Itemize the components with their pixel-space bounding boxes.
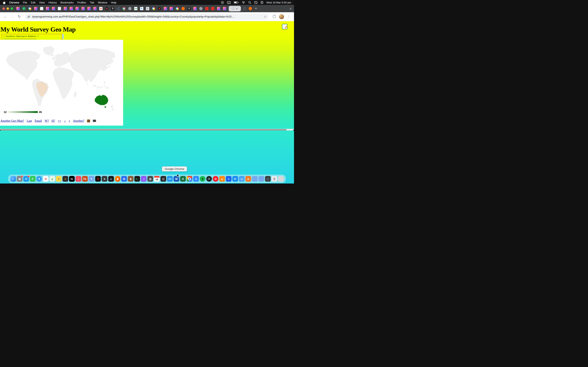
map-tasmania[interactable] <box>104 106 106 108</box>
menu-view[interactable]: View <box>39 1 45 4</box>
dock-podcasts[interactable]: ♫ <box>141 176 147 182</box>
link-last[interactable]: Last <box>27 119 32 123</box>
dock-calculator[interactable]: ± <box>62 176 68 182</box>
dock-github[interactable]: ✦ <box>206 176 212 182</box>
menu-edit[interactable]: Edit <box>31 1 35 4</box>
pinned-tab-30-s-icon[interactable]: S <box>187 7 191 10</box>
dock-spotify[interactable]: S <box>200 176 205 182</box>
dock-grid[interactable]: ▦ <box>147 176 153 182</box>
tab-search-chevron-icon[interactable]: ∨ <box>290 7 292 10</box>
pinned-tab-4-cursor-icon[interactable] <box>34 7 37 10</box>
pinned-tab-24-google-icon[interactable] <box>152 7 155 10</box>
profile-avatar[interactable] <box>279 14 284 19</box>
pinned-tab-27-cursor-icon[interactable] <box>170 7 173 10</box>
pinned-tab-8-white-icon[interactable] <box>58 7 61 10</box>
zoom-window-button[interactable] <box>11 7 13 10</box>
pinned-tab-5-white-icon[interactable] <box>40 7 43 10</box>
menu-file[interactable]: File <box>23 1 27 4</box>
screen-icon[interactable] <box>93 119 96 122</box>
link-w[interactable]: W? <box>44 119 49 123</box>
menu-chrome[interactable]: Chrome <box>9 1 19 4</box>
link-h[interactable]: H? <box>52 119 55 123</box>
pinned-tab-21-cd-icon[interactable]: CD <box>134 7 138 10</box>
pinned-tab-7-cursor-icon[interactable] <box>52 7 55 10</box>
link-email[interactable]: Email <box>35 119 42 123</box>
dock-zoom[interactable]: Z <box>193 176 199 182</box>
pinned-tab-34-red-icon[interactable] <box>211 7 214 10</box>
dock-maps[interactable]: ▲ <box>49 176 55 182</box>
dock-firefox[interactable]: ◉ <box>115 176 121 182</box>
dock-safari[interactable]: ✧ <box>36 176 42 182</box>
pinned-tab-20-gray-icon[interactable] <box>128 7 131 10</box>
wifi-icon[interactable] <box>242 1 245 4</box>
dock-folder-docs[interactable] <box>259 176 264 182</box>
pinned-tab-35-cursor-icon[interactable] <box>217 7 220 10</box>
dock-vlc[interactable]: ▲ <box>219 176 225 182</box>
pinned-tab-17-s-icon[interactable]: S <box>111 7 114 10</box>
pinned-tab-2-check-icon[interactable]: ✓ <box>22 7 26 10</box>
pinned-tab-18-dots-icon[interactable] <box>117 7 120 10</box>
link-[interactable]: -- <box>64 119 66 123</box>
dock-calendar[interactable]: 18 <box>154 176 160 182</box>
dock-downloads[interactable]: ▼ <box>89 176 94 182</box>
menu-help[interactable]: Help <box>111 1 117 4</box>
menu-bookmarks[interactable]: Bookmarks <box>61 1 74 4</box>
pinned-tab-25-darkred-icon[interactable] <box>158 7 161 10</box>
pinned-tab-22-history-icon[interactable]: ↻ <box>140 7 143 10</box>
forward-button[interactable]: → <box>9 14 15 20</box>
pinned-tab-19-chrome-icon[interactable] <box>122 7 126 10</box>
link-anothergeomap[interactable]: Another Geo Map? <box>0 119 24 123</box>
pinned-tab-14-cursor-icon[interactable] <box>93 7 96 10</box>
pinned-tab-23-gear-icon[interactable]: ⚙ <box>146 7 149 10</box>
active-tab[interactable]: × <box>229 6 241 11</box>
url-text[interactable]: rjmprogramming.com.au/PHP/GeoChart/geo_c… <box>32 15 262 18</box>
dock-docker[interactable]: ≈ <box>226 176 232 182</box>
pinned-tab-26-cursor-icon[interactable] <box>164 7 167 10</box>
pinned-tab-13-cursor-icon[interactable] <box>87 7 91 10</box>
dock-photos[interactable]: ✿ <box>43 176 49 182</box>
dock-preview[interactable]: ◎ <box>239 176 245 182</box>
pinned-tab-11-cursor-icon[interactable] <box>76 7 79 10</box>
spotlight-search-icon[interactable] <box>248 1 251 4</box>
minimize-window-button[interactable] <box>7 7 9 10</box>
dock-chrome[interactable] <box>187 176 192 182</box>
back-button[interactable]: ← <box>2 14 8 20</box>
reload-button[interactable]: ↻ <box>16 14 22 20</box>
pinned-tab-36-cursor-icon[interactable] <box>223 7 226 10</box>
pinned-tab-10-cursor-icon[interactable] <box>70 7 73 10</box>
dock-display[interactable]: ▢ <box>265 176 271 182</box>
dock-terminal-2[interactable]: ▤ <box>160 176 166 182</box>
pinned-tab-28-google-icon[interactable] <box>176 7 179 10</box>
scrollbar-thumb[interactable] <box>1 129 286 131</box>
url-bar[interactable]: rjmprogramming.com.au/PHP/GeoChart/geo_c… <box>25 14 269 20</box>
dock-blender[interactable]: b <box>245 176 251 182</box>
menu-window[interactable]: Window <box>98 1 107 4</box>
dock-files[interactable]: ≣ <box>272 176 277 182</box>
dock-filezilla[interactable]: Fz <box>82 176 88 182</box>
dock-music[interactable]: ♪ <box>76 176 81 182</box>
keyboard-icon[interactable] <box>227 1 231 4</box>
close-window-button[interactable] <box>2 7 5 10</box>
dock-excel[interactable]: X <box>180 176 186 182</box>
user-switcher-icon[interactable] <box>260 1 263 4</box>
tab-close-icon[interactable]: × <box>236 7 238 10</box>
pinned-tab-33-red-icon[interactable] <box>205 7 208 10</box>
link-[interactable]: + <box>69 119 70 123</box>
extensions-icon[interactable] <box>273 15 276 18</box>
pinned-tab-3-google-icon[interactable] <box>28 7 31 10</box>
pinned-tab-16-darkred-icon[interactable] <box>105 7 108 10</box>
pinned-tab-29-orange-icon[interactable] <box>182 7 185 10</box>
dock-shield[interactable]: ◈ <box>108 176 114 182</box>
dock-netflix[interactable]: N <box>95 176 101 182</box>
book-icon[interactable] <box>87 119 90 122</box>
dock-opera[interactable]: O <box>213 176 218 182</box>
notes-icon[interactable] <box>282 24 287 29</box>
tab-right-1-dash-icon[interactable] <box>243 7 246 10</box>
pinned-tab-1-cursor-icon[interactable] <box>16 7 20 10</box>
world-geochart[interactable]: 12 45 <box>2 44 116 115</box>
site-controls-icon[interactable] <box>27 16 30 18</box>
dock-cursor-app[interactable]: ➤ <box>102 176 107 182</box>
pinned-tab-6-cursor-icon[interactable] <box>46 7 49 10</box>
dock-terminal[interactable]: >_ <box>134 176 140 182</box>
dock-launchpad[interactable]: ▦ <box>17 176 22 182</box>
